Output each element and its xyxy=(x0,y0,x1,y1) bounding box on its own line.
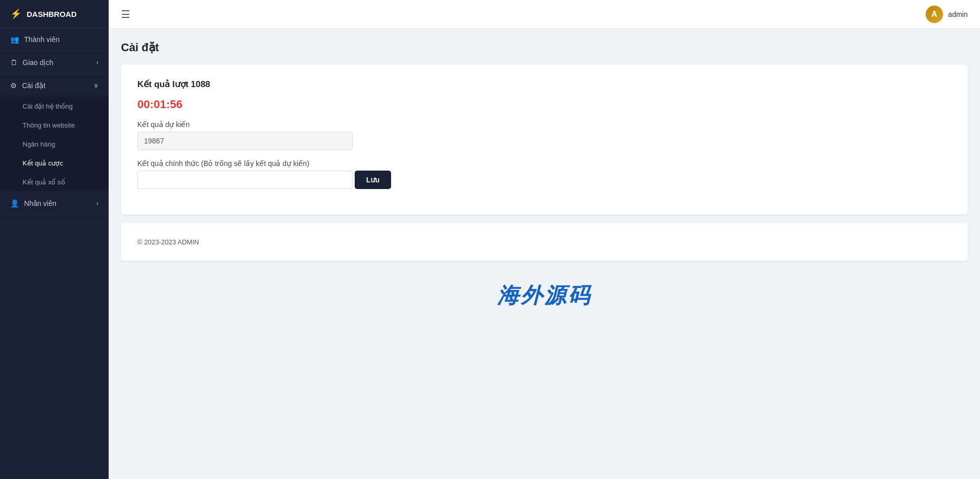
topbar: ☰ A admin xyxy=(109,0,980,29)
page-title: Cài đặt xyxy=(121,41,968,54)
footer-copyright: © 2023-2023 ADMIN xyxy=(137,238,199,246)
sidebar-item-giao-dich-label: Giao dịch xyxy=(23,58,53,67)
topbar-right: A admin xyxy=(926,6,968,23)
watermark-text: 海外源码 xyxy=(121,269,968,322)
footer-card: © 2023-2023 ADMIN xyxy=(121,223,968,261)
sidebar-item-thanh-vien-label: Thành viên xyxy=(24,35,59,44)
sidebar-logo-label: DASHBROAD xyxy=(27,10,77,18)
chevron-down-icon: ∨ xyxy=(94,82,98,89)
field2-input[interactable] xyxy=(137,171,353,189)
sidebar-item-ket-qua-cuoc[interactable]: Kết quả cược xyxy=(0,154,109,173)
sidebar-item-nhan-vien[interactable]: 👤 Nhân viên › xyxy=(0,192,109,215)
field1-label: Kết quả dự kiến xyxy=(137,120,951,129)
hamburger-icon[interactable]: ☰ xyxy=(121,8,130,20)
sidebar-section-giao-dich: 🗒 Giao dịch › xyxy=(0,51,109,74)
users-icon: 👥 xyxy=(10,35,19,44)
sidebar-item-ngan-hang[interactable]: Ngân hàng xyxy=(0,135,109,154)
bolt-icon: ⚡ xyxy=(10,8,22,19)
transaction-icon: 🗒 xyxy=(10,58,17,67)
sidebar-item-thanh-vien[interactable]: 👥 Thành viên xyxy=(0,28,109,51)
content-area: Cài đặt Kết quả lượt 1088 00:01:56 Kết q… xyxy=(109,29,980,479)
sidebar-section-cai-dat: ⚙ Cài đặt ∨ Cài đặt hệ thống Thông tin w… xyxy=(0,74,109,192)
sidebar-item-giao-dich[interactable]: 🗒 Giao dịch › xyxy=(0,51,109,74)
sidebar: ⚡ DASHBROAD 👥 Thành viên 🗒 Giao dịch › ⚙… xyxy=(0,0,109,479)
sidebar-section-nhan-vien: 👤 Nhân viên › xyxy=(0,192,109,215)
sidebar-item-nhan-vien-label: Nhân viên xyxy=(24,199,56,207)
save-button[interactable]: Lưu xyxy=(355,171,391,189)
main-area: ☰ A admin Cài đặt Kết quả lượt 1088 00:0… xyxy=(109,0,980,479)
sidebar-item-ket-qua-xo-so[interactable]: Kết quả xổ số xyxy=(0,173,109,192)
card-title: Kết quả lượt 1088 xyxy=(137,79,951,90)
result-card: Kết quả lượt 1088 00:01:56 Kết quả dự ki… xyxy=(121,65,968,215)
sidebar-item-cai-dat-label: Cài đặt xyxy=(22,81,46,90)
topbar-left: ☰ xyxy=(121,8,130,20)
admin-label: admin xyxy=(948,10,968,18)
field2-label: Kết quả chính thức (Bỏ trống sẽ lấy kết … xyxy=(137,159,951,168)
settings-icon: ⚙ xyxy=(10,81,17,90)
sidebar-item-cai-dat[interactable]: ⚙ Cài đặt ∨ xyxy=(0,74,109,97)
employee-icon: 👤 xyxy=(10,199,19,207)
sidebar-section-thanh-vien: 👥 Thành viên xyxy=(0,28,109,51)
sidebar-logo[interactable]: ⚡ DASHBROAD xyxy=(0,0,109,28)
chevron-right-icon-nv: › xyxy=(96,200,98,207)
chevron-right-icon: › xyxy=(96,59,98,66)
sidebar-item-cai-dat-he-thong[interactable]: Cài đặt hệ thống xyxy=(0,97,109,116)
sidebar-item-thong-tin-website[interactable]: Thông tin website xyxy=(0,116,109,135)
field1-input[interactable] xyxy=(137,132,353,150)
cai-dat-sub-menu: Cài đặt hệ thống Thông tin website Ngân … xyxy=(0,97,109,192)
timer-display: 00:01:56 xyxy=(137,98,951,111)
avatar: A xyxy=(926,6,943,23)
